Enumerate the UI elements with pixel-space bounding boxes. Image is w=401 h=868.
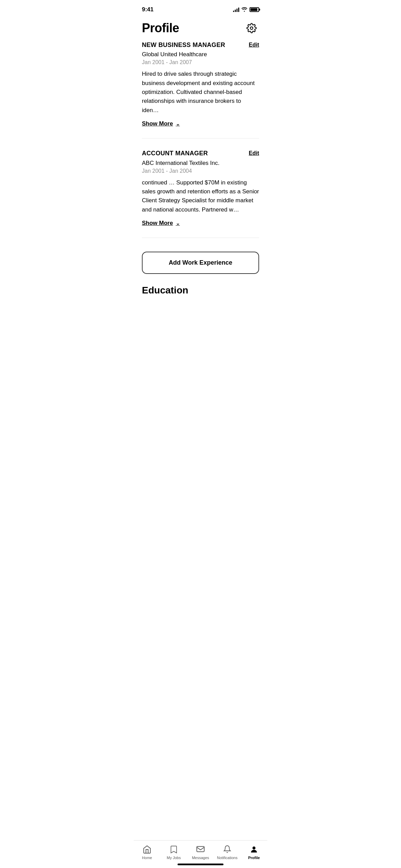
main-content: NEW BUSINESS MANAGER Edit Global United … [134,41,267,336]
status-bar: 9:41 [134,0,267,17]
chevron-down-icon-2: ⌄ [176,220,180,226]
battery-icon [250,7,259,12]
edit-button-2[interactable]: Edit [249,149,259,156]
show-more-label-1: Show More [142,120,173,127]
experience-card-2: ACCOUNT MANAGER Edit ABC International T… [142,149,259,238]
svg-point-0 [250,27,253,29]
description-1: Hired to drive sales through strategic b… [142,70,259,115]
page-header: Profile [134,17,267,41]
experience-header-1: NEW BUSINESS MANAGER Edit [142,41,259,49]
status-icons [233,7,259,13]
gear-icon [246,23,257,33]
show-more-button-2[interactable]: Show More ⌄ [142,220,259,227]
chevron-down-icon-1: ⌄ [176,121,180,126]
signal-icon [233,7,239,12]
date-range-1: Jan 2001 - Jan 2007 [142,59,259,65]
show-more-button-1[interactable]: Show More ⌄ [142,120,259,127]
date-range-2: Jan 2001 - Jan 2004 [142,168,259,174]
experience-card-1: NEW BUSINESS MANAGER Edit Global United … [142,41,259,138]
show-more-label-2: Show More [142,220,173,227]
job-title-1: NEW BUSINESS MANAGER [142,41,249,49]
add-work-experience-button[interactable]: Add Work Experience [142,252,259,274]
description-2: continued … Supported $70M in existing s… [142,178,259,214]
edit-button-1[interactable]: Edit [249,41,259,48]
page-title: Profile [142,21,179,35]
company-name-1: Global United Healthcare [142,51,259,58]
experience-header-2: ACCOUNT MANAGER Edit [142,149,259,157]
status-time: 9:41 [142,6,154,13]
company-name-2: ABC International Textiles Inc. [142,160,259,167]
education-section-title: Education [142,285,259,296]
settings-button[interactable] [244,21,259,36]
job-title-2: ACCOUNT MANAGER [142,149,249,157]
wifi-icon [241,7,247,13]
